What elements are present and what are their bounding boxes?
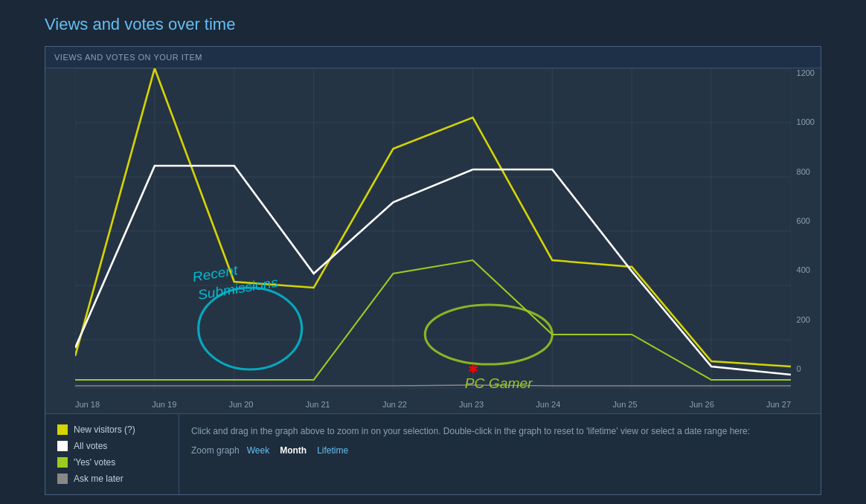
x-label-jun21: Jun 21 — [306, 400, 330, 409]
zoom-week-button[interactable]: Week — [244, 445, 272, 456]
zoom-panel: Click and drag in the graph above to zoo… — [179, 414, 821, 494]
y-label-1000: 1000 — [797, 117, 815, 126]
x-label-jun22: Jun 22 — [382, 400, 407, 409]
chart-area[interactable]: Recent Submissions PC Gamer kotaku Uk ✱ … — [45, 68, 821, 395]
y-label-400: 400 — [797, 265, 815, 274]
y-label-800: 800 — [797, 167, 815, 176]
legend-color-ask-later — [57, 474, 68, 484]
zoom-description: Click and drag in the graph above to zoo… — [191, 424, 809, 438]
legend-label-yes-votes: 'Yes' votes — [74, 457, 115, 468]
x-label-jun19: Jun 19 — [152, 400, 176, 409]
x-label-jun23: Jun 23 — [459, 400, 484, 409]
legend-item-ask-later: Ask me later — [57, 474, 167, 484]
legend-item-new-visitors: New visitors (?) — [57, 424, 167, 435]
legend-item-yes-votes: 'Yes' votes — [57, 457, 167, 468]
chart-header: VIEWS AND VOTES ON YOUR ITEM — [45, 47, 821, 68]
page-title: Views and votes over time — [45, 15, 821, 34]
legend-label-ask-later: Ask me later — [74, 474, 124, 484]
x-label-jun18: Jun 18 — [75, 400, 100, 409]
svg-text:PC Gamer: PC Gamer — [465, 376, 533, 391]
legend-label-new-visitors: New visitors (?) — [74, 424, 135, 435]
legend-color-all-votes — [57, 441, 68, 451]
svg-text:Recent: Recent — [191, 262, 240, 285]
svg-text:Submissions: Submissions — [196, 274, 279, 303]
x-axis-labels: Jun 18 Jun 19 Jun 20 Jun 21 Jun 22 Jun 2… — [45, 395, 821, 413]
svg-text:kotaku Uk: kotaku Uk — [465, 395, 530, 395]
legend-color-new-visitors — [57, 424, 68, 435]
y-label-200: 200 — [797, 315, 815, 324]
x-label-jun20: Jun 20 — [228, 400, 253, 409]
y-label-0: 0 — [797, 364, 815, 373]
chart-body: Recent Submissions PC Gamer kotaku Uk ✱ … — [45, 68, 821, 494]
zoom-label: Zoom graph — [191, 445, 240, 456]
x-label-jun26: Jun 26 — [690, 400, 714, 409]
svg-point-17 — [199, 288, 302, 369]
zoom-lifetime-button[interactable]: Lifetime — [314, 445, 351, 456]
y-label-1200: 1200 — [797, 68, 815, 77]
legend-item-all-votes: All votes — [57, 441, 167, 451]
chart-container: VIEWS AND VOTES ON YOUR ITEM — [45, 46, 821, 495]
y-axis-labels: 1200 1000 800 600 400 200 0 — [797, 68, 815, 373]
chart-footer: New visitors (?) All votes 'Yes' votes A… — [45, 413, 821, 494]
y-label-600: 600 — [797, 216, 815, 225]
zoom-month-button[interactable]: Month — [277, 445, 309, 456]
svg-text:✱: ✱ — [468, 363, 478, 376]
legend-label-all-votes: All votes — [74, 441, 107, 451]
x-label-jun27: Jun 27 — [766, 400, 791, 409]
legend-color-yes-votes — [57, 457, 68, 468]
zoom-controls: Zoom graph Week Month Lifetime — [191, 445, 809, 456]
x-label-jun25: Jun 25 — [613, 400, 638, 409]
svg-point-20 — [425, 305, 552, 364]
legend: New visitors (?) All votes 'Yes' votes A… — [45, 414, 179, 494]
x-label-jun24: Jun 24 — [536, 400, 560, 409]
